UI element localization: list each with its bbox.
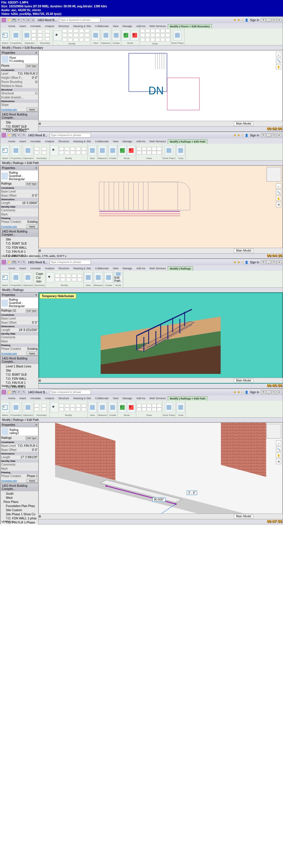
match-icon[interactable] xyxy=(31,37,36,41)
qat-open-icon[interactable]: 📁 xyxy=(7,18,11,22)
properties-palette: Properties× FloorF1-existing FloorsEdit … xyxy=(0,50,38,112)
cancel-button[interactable]: ✕ xyxy=(127,145,135,156)
tab-insert[interactable]: Insert xyxy=(17,24,28,29)
star-icon[interactable]: ☆ xyxy=(241,18,244,22)
qat-print-icon[interactable]: ⎙ xyxy=(31,18,35,22)
drawing-viewport[interactable]: DN ⌂ 🔍 ✋ 1/8" = 1'-0" ▫◐☀▦ xyxy=(38,50,283,127)
drawing-viewport[interactable]: ⌂🔍✋⟲ 1/8" = 1'-0"▫◐☀ xyxy=(38,165,283,254)
move-button[interactable]: ✥ xyxy=(54,30,62,41)
rect-icon[interactable] xyxy=(145,29,150,33)
search-input[interactable] xyxy=(50,133,91,137)
measure-button[interactable] xyxy=(102,30,110,40)
cope-icon[interactable] xyxy=(38,30,43,33)
qat-undo-icon[interactable]: ↶ xyxy=(17,18,21,22)
tab-analyze[interactable]: Analyze xyxy=(43,24,56,29)
properties-button[interactable] xyxy=(12,30,20,40)
qat-redo-icon[interactable]: ↷ xyxy=(22,18,26,22)
star-icon[interactable]: ★ xyxy=(237,18,240,22)
minimize-icon[interactable]: _ xyxy=(266,18,271,22)
svg-marker-44 xyxy=(55,465,266,519)
tab-addins[interactable]: Add-Ins xyxy=(134,24,147,29)
split-icon[interactable] xyxy=(68,33,73,37)
signin-link[interactable]: Sign In xyxy=(250,19,259,22)
copy-icon[interactable] xyxy=(31,33,36,37)
close-icon[interactable]: × xyxy=(277,18,282,22)
cancel-button[interactable]: ✕ xyxy=(131,30,139,40)
titlebar: 📁💾↶↷ 1402-Revit B... ★★☆👤Sign In?_□× xyxy=(0,132,283,138)
ribbon-tabs: Home Insert Annotate Analyze Structure M… xyxy=(0,23,283,29)
finish-button[interactable]: ✓ xyxy=(118,145,126,156)
drawing-viewport[interactable]: 3' - 6" 90.000° ⌂🔍✋⟲ 1/8" = 1'-0"▫◐ xyxy=(38,423,283,519)
modify-button[interactable]: ↖ xyxy=(1,30,9,40)
help-icon[interactable]: ? xyxy=(261,18,266,22)
props-help-link[interactable]: Properties help xyxy=(1,108,17,111)
tab-context[interactable]: Modify | Floors > Edit Boundary xyxy=(168,24,212,29)
trim-icon[interactable] xyxy=(62,38,67,41)
angle-label[interactable]: 90.000° xyxy=(152,497,166,502)
tab-massing[interactable]: Massing & Site xyxy=(71,24,93,29)
line-icon[interactable] xyxy=(140,29,145,33)
dimension-label[interactable]: 3' - 6" xyxy=(187,491,197,495)
window-title: 1402-Revit B... xyxy=(37,19,57,22)
spline-icon[interactable] xyxy=(140,38,145,41)
join-button[interactable]: Join xyxy=(36,280,43,283)
scale-icon[interactable] xyxy=(74,38,78,41)
mirror-icon[interactable] xyxy=(74,29,78,33)
tab-annotate[interactable]: Annotate xyxy=(28,24,43,29)
edit-path-button[interactable]: Edit Path xyxy=(114,272,122,283)
finish-button[interactable]: ✓ xyxy=(122,30,130,40)
user-icon[interactable]: 👤 xyxy=(245,19,248,22)
tab-manage[interactable]: Manage xyxy=(121,24,135,29)
array-icon[interactable] xyxy=(68,38,73,41)
align-icon[interactable] xyxy=(62,29,67,33)
edit-type-button[interactable]: Edit Type xyxy=(26,64,38,68)
search-input[interactable] xyxy=(59,18,100,22)
workset-icon[interactable]: ⊞ xyxy=(38,122,41,125)
svg-rect-7 xyxy=(167,78,199,110)
svg-point-47 xyxy=(105,485,107,487)
cut-icon[interactable] xyxy=(31,30,36,33)
tree-item[interactable]: Site xyxy=(1,121,38,125)
apply-button[interactable]: Apply xyxy=(26,107,38,112)
qat-sync-icon[interactable]: ⟳ xyxy=(26,18,30,22)
circle-icon[interactable] xyxy=(155,29,160,33)
paste-button[interactable] xyxy=(23,30,31,40)
tab-view[interactable]: View xyxy=(111,24,120,29)
app-icon[interactable] xyxy=(1,18,6,22)
close-panel-icon[interactable]: × xyxy=(35,51,37,54)
cut-button[interactable]: Cut xyxy=(36,276,43,279)
tab-structure[interactable]: Structure xyxy=(56,24,72,29)
pan-icon[interactable]: ✋ xyxy=(276,64,281,69)
tab-collaborate[interactable]: Collaborate xyxy=(93,24,111,29)
screenshot-3: 📁💾↶↷ 1402-Revit B... ★★☆👤Sign In?_□× Hom… xyxy=(0,259,283,389)
view-button[interactable] xyxy=(91,30,100,40)
create-button[interactable] xyxy=(112,30,120,40)
home-icon[interactable]: ⌂ xyxy=(276,52,281,57)
type-selector[interactable]: FloorF1-existing xyxy=(1,55,38,64)
tab-home[interactable]: Home xyxy=(6,24,17,29)
maximize-icon[interactable]: □ xyxy=(272,18,276,22)
cut-geom-icon[interactable] xyxy=(38,33,43,37)
ellipse-icon[interactable] xyxy=(145,38,150,41)
polygon-icon[interactable] xyxy=(150,29,155,33)
view-cube[interactable] xyxy=(266,167,281,182)
view-cube[interactable] xyxy=(266,424,281,439)
pin-icon[interactable] xyxy=(79,38,84,41)
app-icon[interactable] xyxy=(1,133,6,137)
delete-icon[interactable] xyxy=(85,38,89,41)
tab-webservices[interactable]: Web Services xyxy=(147,24,168,29)
workplane-button[interactable] xyxy=(173,30,181,40)
join-icon[interactable] xyxy=(38,37,43,41)
video-metadata: File: 62EDIT~1.MP4 Size: 102329656 bytes… xyxy=(0,0,283,17)
cope-button[interactable]: Cope xyxy=(36,272,43,275)
offset-icon[interactable] xyxy=(68,29,73,33)
pick-icon[interactable] xyxy=(155,38,160,41)
tab-context[interactable]: Modify | Railings > Edit Path xyxy=(168,139,207,144)
rotate-icon[interactable] xyxy=(62,33,67,37)
qat-save-icon[interactable]: 💾 xyxy=(12,18,16,22)
drawing-viewport[interactable]: Temporary Hide/Isolate 1/8" = 1'-0"▫◐ xyxy=(38,292,283,383)
zoom-icon[interactable]: 🔍 xyxy=(276,58,281,63)
star-icon[interactable]: ★ xyxy=(233,18,236,22)
model-tab[interactable]: Main Model xyxy=(234,121,253,126)
arc-icon[interactable] xyxy=(140,33,145,37)
